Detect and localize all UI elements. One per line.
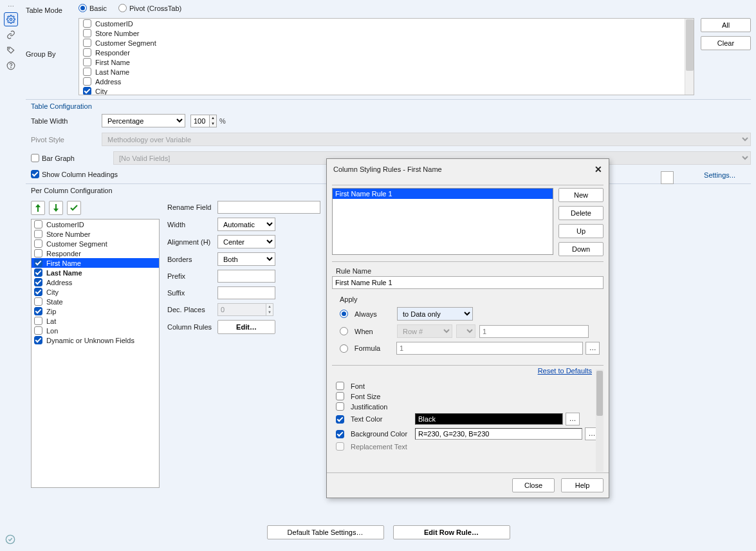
move-up-icon[interactable] (31, 201, 45, 215)
arrow-up-icon[interactable]: ▲ (210, 115, 216, 121)
column-rules-label: Column Rules (167, 323, 217, 331)
svg-point-4 (6, 535, 14, 543)
column-list-item[interactable]: Responder (32, 248, 159, 258)
group-by-item[interactable]: Store Number (79, 28, 694, 38)
formula-browse-button[interactable]: … (585, 342, 600, 355)
apply-always-radio[interactable] (340, 310, 348, 318)
text-color-swatch[interactable]: Black (415, 413, 563, 425)
bg-color-checkbox[interactable] (336, 430, 344, 438)
bar-graph-checkbox[interactable]: Bar Graph (31, 154, 102, 162)
apply-label: Apply (340, 295, 600, 303)
drag-handle-icon: ⋯ (0, 3, 22, 10)
when-value-input (479, 325, 589, 338)
rule-name-input[interactable] (332, 276, 604, 289)
group-by-item[interactable]: Customer Segment (79, 38, 694, 48)
table-mode-pivot[interactable]: Pivot (CrossTab) (118, 4, 181, 12)
table-width-spinner[interactable]: ▲▼ (190, 115, 217, 127)
suffix-input (217, 286, 275, 299)
column-list-item[interactable]: Last Name (32, 268, 159, 277)
dialog-help-button[interactable]: Help (561, 478, 604, 492)
alignment-select[interactable]: Center (217, 235, 275, 248)
column-styling-dialog: Column Styling Rules - First Name ✕ Firs… (326, 158, 609, 498)
apply-formula-radio[interactable] (340, 344, 348, 353)
check-icon[interactable] (67, 201, 81, 215)
close-icon[interactable]: ✕ (595, 164, 602, 174)
justification-checkbox[interactable] (336, 402, 344, 411)
show-column-headings[interactable]: Show Column Headings (31, 170, 118, 178)
status-ok-icon (5, 534, 15, 546)
table-width-mode[interactable]: Percentage (102, 114, 185, 127)
apply-scope-select[interactable]: to Data only (397, 307, 473, 321)
table-width-label: Table Width (31, 117, 102, 125)
dec-places-spinner: ▲▼ (217, 303, 273, 316)
prefix-input (217, 270, 275, 283)
replacement-text-checkbox[interactable] (336, 442, 344, 451)
apply-when-radio[interactable] (340, 327, 348, 335)
group-by-item[interactable]: First Name (79, 57, 694, 67)
rule-item[interactable]: First Name Rule 1 (333, 189, 553, 199)
width-label: Width (167, 221, 217, 229)
column-list-item[interactable]: Address (32, 277, 159, 287)
default-table-settings-button[interactable]: Default Table Settings… (267, 525, 384, 539)
gear-icon[interactable] (4, 12, 18, 26)
table-mode-basic[interactable]: Basic (78, 4, 107, 12)
group-by-label: Group By (26, 18, 78, 58)
styles-scrollbar[interactable] (596, 369, 604, 472)
pivot-style-label: Pivot Style (31, 136, 102, 144)
pivot-style-select: Methodology over Variable (102, 133, 751, 146)
column-list-item[interactable]: Zip (32, 306, 159, 316)
link-icon[interactable] (4, 28, 18, 42)
dialog-title: Column Styling Rules - First Name (333, 165, 442, 173)
group-by-item[interactable]: Last Name (79, 67, 694, 77)
column-list-item[interactable]: CustomerID (32, 219, 159, 229)
scrollbar[interactable] (685, 19, 694, 95)
bar-graph-settings[interactable]: Settings... (704, 171, 735, 179)
delete-rule-button[interactable]: Delete (558, 206, 604, 220)
column-list-item[interactable]: City (32, 287, 159, 297)
font-size-checkbox[interactable] (336, 392, 344, 400)
prefix-label: Prefix (167, 272, 217, 280)
column-list-item[interactable]: Store Number (32, 229, 159, 239)
all-button[interactable]: All (701, 18, 751, 32)
bar-graph-field-remnant[interactable] (661, 171, 674, 184)
font-checkbox[interactable] (336, 382, 344, 390)
svg-point-3 (11, 68, 12, 68)
group-by-item[interactable]: City (79, 86, 694, 95)
bg-color-swatch[interactable]: R=230, G=230, B=230 (415, 428, 582, 440)
column-list-item[interactable]: First Name (32, 258, 159, 268)
width-select[interactable]: Automatic (217, 218, 275, 231)
rule-name-label: Rule Name (336, 267, 604, 275)
column-list-item[interactable]: Lat (32, 316, 159, 326)
edit-rules-button[interactable]: Edit… (217, 320, 275, 334)
column-list-item[interactable]: Lon (32, 326, 159, 335)
text-color-picker-button[interactable]: … (566, 413, 580, 425)
column-list[interactable]: CustomerIDStore NumberCustomer SegmentRe… (31, 219, 160, 488)
group-by-item[interactable]: CustomerID (79, 19, 694, 28)
svg-point-0 (10, 18, 12, 21)
group-by-item[interactable]: Address (79, 77, 694, 86)
suffix-label: Suffix (167, 289, 217, 297)
alignment-label: Alignment (H) (167, 238, 217, 246)
clear-button[interactable]: Clear (701, 36, 751, 50)
borders-select[interactable]: Both (217, 252, 275, 266)
tag-icon[interactable] (4, 43, 18, 57)
arrow-down-icon[interactable]: ▼ (210, 121, 216, 127)
rename-field-input[interactable] (217, 201, 320, 214)
move-down-icon[interactable] (49, 201, 63, 215)
reset-defaults-link[interactable]: Reset to Defaults (538, 367, 592, 375)
new-rule-button[interactable]: New (558, 188, 604, 202)
column-list-item[interactable]: Dynamic or Unknown Fields (32, 335, 159, 345)
formula-input (396, 342, 583, 355)
text-color-checkbox[interactable] (336, 415, 344, 424)
rule-up-button[interactable]: Up (558, 224, 604, 238)
help-icon[interactable] (4, 59, 18, 73)
edit-row-rule-button[interactable]: Edit Row Rule… (393, 525, 510, 539)
rule-down-button[interactable]: Down (558, 242, 604, 256)
column-list-item[interactable]: State (32, 297, 159, 306)
dialog-close-button[interactable]: Close (512, 478, 555, 492)
rules-list[interactable]: First Name Rule 1 (332, 188, 553, 255)
group-by-item[interactable]: Responder (79, 48, 694, 57)
column-list-item[interactable]: Customer Segment (32, 239, 159, 248)
svg-point-1 (9, 48, 10, 49)
group-by-list[interactable]: CustomerIDStore NumberCustomer SegmentRe… (78, 18, 694, 95)
